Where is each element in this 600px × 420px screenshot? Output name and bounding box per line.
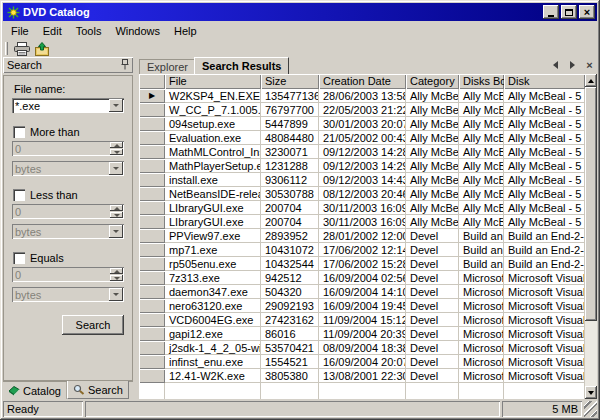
table-cell: Ally McBeal bbox=[459, 145, 504, 159]
tab-close-button[interactable]: × bbox=[584, 59, 595, 70]
chevron-right-icon bbox=[570, 61, 575, 69]
table-cell: 1231288 bbox=[261, 159, 319, 173]
table-cell: Ally McBeal bbox=[459, 201, 504, 215]
minimize-button[interactable] bbox=[543, 5, 559, 19]
menu-item-windows[interactable]: Windows bbox=[108, 23, 167, 39]
table-row[interactable]: gapi12.exe8601611/09/2004 20:39DevelMicr… bbox=[139, 327, 585, 341]
file-name-combobox[interactable]: *.exe bbox=[12, 98, 124, 113]
table-row[interactable]: LIbraryGUI.exe20070430/11/2003 16:09Ally… bbox=[139, 215, 585, 229]
panel-tab-search[interactable]: Search bbox=[67, 381, 129, 399]
table-row[interactable]: j2sdk-1_4_2_05-wind5357042108/09/2004 18… bbox=[139, 341, 585, 355]
row-selector[interactable] bbox=[139, 173, 165, 187]
maximize-button[interactable] bbox=[561, 5, 577, 19]
table-row[interactable]: Evaluation.exe4808448021/05/2002 00:43Al… bbox=[139, 131, 585, 145]
row-selector[interactable] bbox=[139, 257, 165, 271]
row-selector[interactable] bbox=[139, 271, 165, 285]
scrollbar-track[interactable] bbox=[585, 321, 597, 386]
chevron-down-icon bbox=[109, 225, 123, 238]
row-selector[interactable] bbox=[139, 229, 165, 243]
scroll-up-button[interactable] bbox=[585, 74, 597, 87]
menu-item-edit[interactable]: Edit bbox=[36, 23, 69, 39]
filter-label-1: Less than bbox=[30, 189, 78, 201]
table-row[interactable]: rp505enu.exe1043254417/06/2002 15:28Deve… bbox=[139, 257, 585, 271]
table-row[interactable]: install.exe930611209/12/2003 14:43Ally M… bbox=[139, 173, 585, 187]
table-row[interactable]: infinst_enu.exe155452116/09/2004 20:07De… bbox=[139, 355, 585, 369]
table-row[interactable]: 094setup.exe544789930/01/2003 20:07Ally … bbox=[139, 117, 585, 131]
table-cell: mp71.exe bbox=[165, 243, 261, 257]
row-selector[interactable] bbox=[139, 215, 165, 229]
table-row[interactable]: NetBeansIDE-release3053078808/12/2003 20… bbox=[139, 187, 585, 201]
menu-item-tools[interactable]: Tools bbox=[69, 23, 109, 39]
row-selector[interactable] bbox=[139, 341, 165, 355]
close-button[interactable]: × bbox=[579, 5, 595, 19]
row-selector[interactable] bbox=[139, 313, 165, 327]
menu-item-help[interactable]: Help bbox=[167, 23, 204, 39]
export-button[interactable] bbox=[32, 41, 52, 57]
table-cell: MathMLControl_Instal bbox=[165, 145, 261, 159]
scrollbar-thumb[interactable] bbox=[585, 87, 597, 321]
column-header-disks-box[interactable]: Disks Box bbox=[459, 74, 504, 89]
column-header-disk[interactable]: Disk bbox=[504, 74, 585, 89]
table-row[interactable]: mp71.exe1043107217/06/2002 12:14DevelBui… bbox=[139, 243, 585, 257]
search-button[interactable]: Search bbox=[62, 315, 124, 335]
column-header-creation-date[interactable]: Creation Date bbox=[319, 74, 406, 89]
tab-scroll-right-button[interactable] bbox=[567, 59, 578, 70]
table-cell: Ally McBeal - 5 bbox=[504, 201, 585, 215]
current-row-indicator: ▶ bbox=[149, 89, 155, 103]
row-selector[interactable] bbox=[139, 103, 165, 117]
table-row[interactable]: 12.41-W2K.exe380538013/08/2001 22:30Deve… bbox=[139, 369, 585, 383]
table-row[interactable]: daemon347.exe50432016/09/2004 14:10Devel… bbox=[139, 285, 585, 299]
table-row[interactable]: ▶W2KSP4_EN.EXE13547713628/06/2003 13:58A… bbox=[139, 89, 585, 103]
chevron-left-icon bbox=[553, 61, 558, 69]
app-window: DVD Catalog × FileEditToolsWindowsHelp bbox=[0, 0, 600, 420]
tab-scroll-left-button[interactable] bbox=[550, 59, 561, 70]
table-row[interactable]: VCD6004EG.exe2742316211/09/2004 15:12Dev… bbox=[139, 313, 585, 327]
row-selector[interactable] bbox=[139, 327, 165, 341]
table-row[interactable]: 7z313.exe94251216/09/2004 02:56DevelMicr… bbox=[139, 271, 585, 285]
table-row[interactable]: MathPlayerSetup.exe123128809/12/2003 14:… bbox=[139, 159, 585, 173]
print-button[interactable] bbox=[12, 41, 32, 57]
tab-explorer[interactable]: Explorer bbox=[139, 59, 196, 74]
scroll-down-button[interactable] bbox=[585, 386, 597, 399]
spin-down-button bbox=[110, 275, 123, 281]
file-name-dropdown-button[interactable] bbox=[109, 99, 123, 112]
column-header-category[interactable]: Category bbox=[406, 74, 459, 89]
search-panel-title: Search bbox=[7, 59, 121, 71]
table-row[interactable]: W_CC_P_7.1.005.exe7679770022/05/2003 21:… bbox=[139, 103, 585, 117]
table-row[interactable]: PPView97.exe289395228/01/2002 12:00Devel… bbox=[139, 229, 585, 243]
filter-checkbox-0[interactable] bbox=[13, 126, 25, 138]
table-row[interactable]: LIbraryGUI.exe20070430/11/2003 16:09Ally… bbox=[139, 201, 585, 215]
close-icon: × bbox=[584, 7, 590, 18]
row-selector[interactable] bbox=[139, 187, 165, 201]
row-selector[interactable] bbox=[139, 355, 165, 369]
tab-search-results[interactable]: Search Results bbox=[194, 57, 289, 74]
table-row[interactable]: nero63120.exe2909219316/09/2004 19:45Dev… bbox=[139, 299, 585, 313]
column-header-file[interactable]: File bbox=[165, 74, 261, 89]
table-row[interactable]: MathMLControl_Instal323007109/12/2003 14… bbox=[139, 145, 585, 159]
filter-checkbox-1[interactable] bbox=[13, 189, 25, 201]
table-cell: Ally McBeal - 5 bbox=[504, 215, 585, 229]
table-cell: NetBeansIDE-release bbox=[165, 187, 261, 201]
row-selector[interactable] bbox=[139, 285, 165, 299]
table-cell: Microsoft Vi bbox=[459, 313, 504, 327]
pin-icon[interactable] bbox=[121, 59, 129, 72]
row-selector[interactable] bbox=[139, 299, 165, 313]
menu-item-file[interactable]: File bbox=[4, 23, 36, 39]
filter-checkbox-2[interactable] bbox=[13, 252, 25, 264]
row-selector[interactable] bbox=[139, 201, 165, 215]
vertical-scrollbar[interactable] bbox=[585, 74, 597, 399]
column-header-size[interactable]: Size bbox=[261, 74, 319, 89]
row-selector[interactable] bbox=[139, 117, 165, 131]
panel-tab-catalog[interactable]: Catalog bbox=[3, 382, 67, 399]
search-panel: Search File name: *.exe More than0bytesL… bbox=[3, 57, 133, 399]
row-selector[interactable] bbox=[139, 131, 165, 145]
row-selector[interactable] bbox=[139, 145, 165, 159]
toolbar bbox=[3, 40, 597, 57]
row-selector[interactable] bbox=[139, 159, 165, 173]
table-cell: Microsoft Visual bbox=[504, 313, 585, 327]
resize-grip[interactable] bbox=[584, 401, 597, 417]
table-cell: 30/11/2003 16:09 bbox=[319, 201, 406, 215]
row-selector[interactable]: ▶ bbox=[139, 89, 165, 103]
row-selector[interactable] bbox=[139, 369, 165, 383]
row-selector[interactable] bbox=[139, 243, 165, 257]
